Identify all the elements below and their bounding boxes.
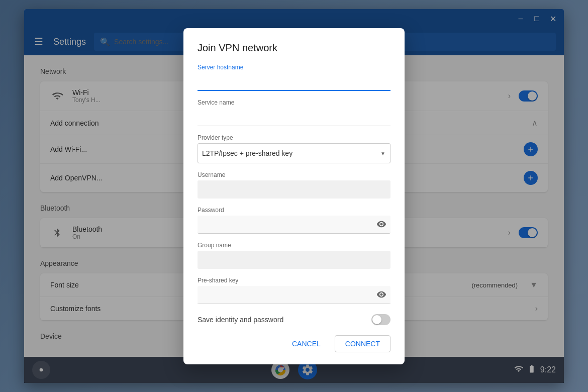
username-input[interactable] — [198, 180, 390, 199]
pre-shared-key-label: Pre-shared key — [198, 277, 390, 284]
group-name-input[interactable] — [198, 251, 390, 269]
cancel-button[interactable]: Cancel — [282, 335, 331, 352]
provider-type-field-group: Provider type L2TP/Ipsec + pre-shared ke… — [198, 134, 390, 163]
password-field-wrapper — [198, 216, 390, 234]
save-identity-row: Save identity and password — [198, 314, 390, 325]
pre-shared-key-visibility-button[interactable] — [372, 286, 390, 304]
password-visibility-button[interactable] — [372, 216, 390, 234]
vpn-dialog: Join VPN network Server hostname Service… — [183, 28, 405, 364]
password-field-group: Password — [198, 207, 390, 234]
pre-shared-key-field-group: Pre-shared key — [198, 277, 390, 304]
provider-type-select[interactable]: L2TP/Ipsec + pre-shared key L2TP/Ipsec +… — [198, 143, 390, 163]
password-label: Password — [198, 207, 390, 214]
connect-button[interactable]: Connect — [335, 335, 390, 352]
save-identity-toggle[interactable] — [371, 314, 390, 325]
server-hostname-input[interactable] — [198, 73, 390, 91]
username-label: Username — [198, 171, 390, 178]
username-field-group: Username — [198, 171, 390, 199]
server-hostname-field-group: Server hostname — [198, 64, 390, 91]
group-name-label: Group name — [198, 242, 390, 249]
password-input[interactable] — [198, 216, 372, 234]
dialog-title: Join VPN network — [198, 42, 390, 54]
modal-overlay: Join VPN network Server hostname Service… — [0, 0, 588, 392]
service-name-field-group: Service name — [198, 99, 390, 126]
save-identity-label: Save identity and password — [198, 316, 283, 324]
pre-shared-key-wrapper — [198, 286, 390, 304]
service-name-input[interactable] — [198, 108, 390, 126]
group-name-field-group: Group name — [198, 242, 390, 269]
service-name-label: Service name — [198, 99, 390, 106]
dialog-actions: Cancel Connect — [198, 335, 390, 352]
provider-type-label: Provider type — [198, 134, 390, 141]
server-hostname-label: Server hostname — [198, 64, 390, 71]
pre-shared-key-input[interactable] — [198, 286, 372, 304]
provider-type-select-wrapper: L2TP/Ipsec + pre-shared key L2TP/Ipsec +… — [198, 143, 390, 163]
